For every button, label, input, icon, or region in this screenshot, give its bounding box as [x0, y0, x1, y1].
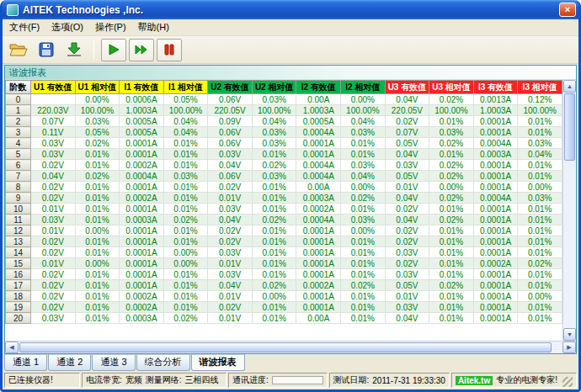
start-button[interactable]: [101, 39, 126, 61]
column-header[interactable]: I2 有效值: [296, 81, 341, 94]
fast-forward-button[interactable]: [129, 39, 154, 61]
tab-analysis[interactable]: 综合分析: [136, 354, 190, 371]
row-index: 10: [6, 204, 31, 215]
table-cell: 0.01%: [341, 258, 386, 269]
menu-item-file[interactable]: 文件(F): [3, 19, 45, 35]
table-row[interactable]: 190.02V0.01%0.0002A0.01%0.02V0.01%0.0001…: [6, 302, 562, 313]
column-header[interactable]: U1 相对值: [75, 81, 120, 94]
table-row[interactable]: 130.02V0.01%0.0001A0.01%0.02V0.01%0.0001…: [6, 236, 562, 247]
export-button[interactable]: [61, 39, 87, 61]
row-index: 4: [6, 138, 31, 149]
tab-harmonic-report[interactable]: 谐波报表: [191, 354, 245, 371]
column-header[interactable]: U1 有效值: [31, 81, 76, 94]
harmonic-table: 阶数U1 有效值U1 相对值I1 有效值I1 相对值U2 有效值U2 相对值I2…: [5, 80, 562, 341]
open-button[interactable]: [6, 39, 31, 61]
table-row[interactable]: 30.11V0.05%0.0005A0.04%0.06V0.03%0.0004A…: [6, 127, 562, 138]
vertical-scroll-thumb[interactable]: [564, 93, 575, 161]
column-header[interactable]: I1 有效值: [120, 81, 164, 94]
table-cell: 0.01%: [429, 149, 474, 160]
table-row[interactable]: 40.03V0.02%0.0001A0.01%0.06V0.03%0.0001A…: [6, 138, 562, 149]
app-icon: [7, 4, 19, 16]
table-row[interactable]: 170.02V0.01%0.0001A0.01%0.04V0.02%0.0002…: [6, 280, 562, 291]
table-cell: 0.01%: [429, 204, 474, 215]
table-row[interactable]: 20.07V0.03%0.0005A0.04%0.09V0.04%0.0005A…: [6, 116, 562, 127]
vertical-scrollbar[interactable]: ▲ ▼: [562, 80, 576, 341]
table-cell: 220.05V: [385, 105, 429, 116]
menu-item-help[interactable]: 帮助(H): [132, 19, 175, 35]
title-bar[interactable]: AITEK Technologies ,Inc. ×: [3, 0, 578, 19]
table-cell: 1.0003A: [120, 105, 164, 116]
table-cell: 0.02%: [429, 280, 474, 291]
table-row[interactable]: 60.02V0.01%0.0002A0.01%0.04V0.02%0.0004A…: [6, 160, 562, 171]
column-header[interactable]: 阶数: [6, 81, 31, 94]
scroll-left-icon[interactable]: ◀: [5, 342, 19, 353]
column-header[interactable]: I2 相对值: [341, 81, 386, 94]
scroll-right-icon[interactable]: ▶: [562, 342, 576, 353]
scroll-down-icon[interactable]: ▼: [563, 328, 576, 341]
table-cell: 0.01V: [208, 193, 253, 204]
table-cell: 0.0001A: [296, 247, 341, 258]
table-cell: 0.02%: [518, 258, 562, 269]
row-index: 7: [6, 171, 31, 182]
table-cell: 0.0001A: [296, 302, 341, 313]
table-row[interactable]: 120.01V0.00%0.0001A0.01%0.02V0.01%0.0001…: [6, 225, 562, 236]
table-cell: 0.04%: [341, 116, 386, 127]
table-cell: 0.01%: [341, 313, 386, 324]
column-header[interactable]: U2 相对值: [252, 81, 296, 94]
table-row[interactable]: 80.02V0.01%0.0001A0.01%0.02V0.01%0.00A0.…: [6, 182, 562, 193]
save-button[interactable]: [34, 39, 59, 61]
column-header[interactable]: I1 相对值: [163, 81, 208, 94]
menu-item-operation[interactable]: 操作(P): [89, 19, 132, 35]
table-cell: 0.01%: [163, 204, 208, 215]
table-cell: 0.03%: [252, 138, 296, 149]
column-header[interactable]: I3 相对值: [518, 81, 562, 94]
close-button[interactable]: ×: [559, 3, 576, 17]
table-cell: 0.01%: [163, 302, 208, 313]
table-cell: 0.05V: [385, 138, 429, 149]
horizontal-scroll-thumb[interactable]: [19, 342, 552, 352]
table-cell: 0.01%: [163, 225, 208, 236]
table-row[interactable]: 100.01V0.01%0.0001A0.01%0.03V0.01%0.0002…: [6, 204, 562, 215]
table-row[interactable]: 70.04V0.02%0.0004A0.03%0.06V0.03%0.0004A…: [6, 171, 562, 182]
table-row[interactable]: 140.02V0.01%0.0001A0.00%0.03V0.01%0.0001…: [6, 247, 562, 258]
pause-button[interactable]: [157, 39, 182, 61]
table-cell: 0.01%: [163, 182, 208, 193]
table-cell: 0.03%: [163, 171, 208, 182]
horizontal-scroll-track[interactable]: [552, 342, 562, 353]
table-cell: 0.06V: [208, 94, 253, 105]
table-row[interactable]: 110.03V0.01%0.0003A0.02%0.04V0.02%0.0004…: [6, 215, 562, 225]
table-cell: 0.04V: [208, 280, 253, 291]
table-cell: 0.01%: [75, 236, 120, 247]
tab-channel-3[interactable]: 通道 3: [92, 354, 135, 371]
table-cell: 0.0001A: [120, 225, 164, 236]
table-row[interactable]: 90.02V0.01%0.0002A0.01%0.01V0.01%0.0003A…: [6, 193, 562, 204]
vertical-scroll-track[interactable]: [563, 162, 576, 328]
table-cell: 0.03V: [385, 269, 429, 280]
table-cell: 0.0001A: [120, 269, 164, 280]
table-cell: 0.0002A: [120, 160, 164, 171]
scroll-up-icon[interactable]: ▲: [563, 80, 576, 93]
menu-item-options[interactable]: 选项(O): [45, 19, 89, 35]
horizontal-scrollbar[interactable]: ◀ ▶: [5, 341, 576, 353]
tab-channel-1[interactable]: 通道 1: [4, 354, 47, 371]
table-row[interactable]: 160.02V0.01%0.0001A0.01%0.03V0.01%0.0001…: [6, 269, 562, 280]
table-cell: 0.0001A: [473, 182, 518, 193]
table-cell: 0.0005A: [120, 116, 164, 127]
tab-channel-2[interactable]: 通道 2: [48, 354, 91, 371]
table-row[interactable]: 150.01V0.00%0.0001A0.00%0.01V0.01%0.0001…: [6, 258, 562, 269]
column-header[interactable]: U3 相对值: [429, 81, 474, 94]
table-cell: 0.04V: [208, 160, 253, 171]
table-cell: 0.0005A: [296, 116, 341, 127]
table-row[interactable]: 50.03V0.01%0.0001A0.01%0.03V0.01%0.0001A…: [6, 149, 562, 160]
column-header[interactable]: U3 有效值: [385, 81, 429, 94]
table-row[interactable]: 180.02V0.01%0.0002A0.01%0.01V0.00%0.0001…: [6, 291, 562, 302]
table-row[interactable]: 00.00%0.0006A0.05%0.06V0.03%0.00A0.00%0.…: [6, 94, 562, 105]
table-cell: 0.01%: [163, 280, 208, 291]
table-row[interactable]: 200.03V0.01%0.0003A0.02%0.01V0.01%0.00A0…: [6, 313, 562, 324]
table-cell: 0.04V: [385, 313, 429, 324]
column-header[interactable]: U2 有效值: [208, 81, 253, 94]
resize-grip[interactable]: [562, 377, 573, 387]
column-header[interactable]: I3 有效值: [473, 81, 518, 94]
table-cell: 0.0001A: [296, 291, 341, 302]
table-row[interactable]: 1220.03V100.00%1.0003A100.00%220.05V100.…: [6, 105, 562, 116]
